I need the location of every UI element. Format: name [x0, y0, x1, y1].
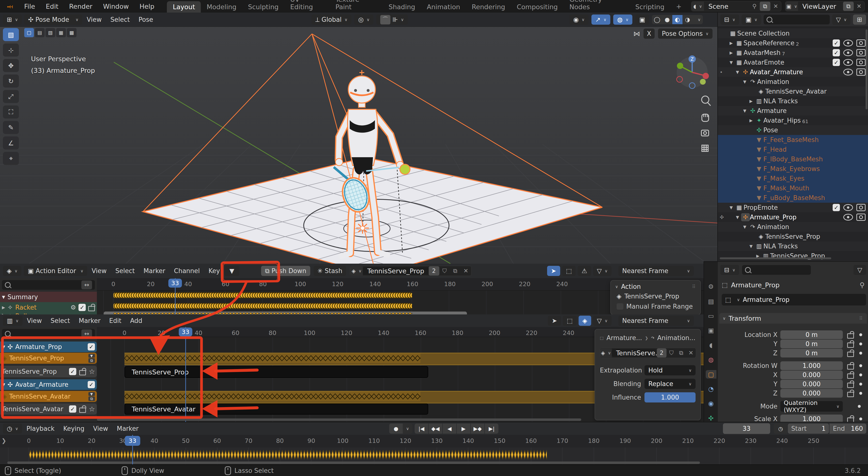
action-editor-menu-item[interactable]: Marker: [139, 267, 169, 274]
row-label[interactable]: Avatar_Armature: [750, 68, 803, 76]
lock-icon[interactable]: [847, 333, 854, 339]
toolbar-tool-button[interactable]: [3, 105, 19, 118]
xray-toggle[interactable]: ▣: [635, 14, 649, 25]
expand-arrow-icon[interactable]: ▼: [741, 79, 748, 84]
extrapolation-dropdown[interactable]: Hold∨: [645, 365, 695, 375]
transform-value-field[interactable]: 0 m: [780, 340, 843, 348]
lock-icon[interactable]: [847, 342, 854, 348]
overlays-toggle[interactable]: ◍∨: [613, 14, 632, 25]
checkbox-icon[interactable]: [69, 405, 76, 413]
expand-search-icon[interactable]: ↔: [82, 280, 92, 289]
row-label[interactable]: Scene Collection: [737, 30, 789, 37]
solo-star-icon[interactable]: ☆: [89, 368, 95, 376]
expand-arrow-icon[interactable]: ▼: [727, 60, 735, 65]
row-label[interactable]: F_Mask_Eyebrows: [764, 165, 820, 172]
timeline-key-area[interactable]: [0, 447, 868, 465]
new-view-layer-button[interactable]: ⧉: [843, 2, 854, 11]
3d-viewport[interactable]: Z ⊞∨ ✣ Pose Mode∨ ViewSelectPose ⟂ Globa…: [0, 12, 717, 264]
filter-funnel-button[interactable]: ▽∨: [593, 266, 612, 276]
nla-channel-armature-prop[interactable]: ▼✣Armature_Prop: [0, 342, 97, 352]
toolbar-tool-button[interactable]: [3, 152, 19, 165]
outliner-filter-button[interactable]: ▽∨: [832, 14, 850, 25]
outliner-row[interactable]: ✣ ▼ Armature_Prop: [718, 212, 868, 222]
expand-arrow-icon[interactable]: ▼: [734, 70, 741, 74]
row-label[interactable]: SpaceReference: [744, 39, 795, 47]
checkbox-icon[interactable]: [833, 204, 840, 211]
timeline-hscrollbar[interactable]: [7, 462, 700, 464]
push-down-icon[interactable]: ⧉: [88, 358, 95, 363]
transform-value-field[interactable]: 0 m: [780, 349, 843, 358]
properties-tab[interactable]: [706, 399, 716, 408]
pivot-point-button[interactable]: ◎∨: [354, 14, 373, 25]
outliner-row[interactable]: TennisServe_Avatar: [718, 87, 868, 96]
select-mode-intersect-icon[interactable]: ▩: [67, 28, 76, 37]
outliner-hscrollbar[interactable]: [720, 257, 831, 259]
properties-tab[interactable]: [706, 341, 716, 349]
delete-view-layer-button[interactable]: ✕: [854, 3, 864, 10]
auto-keying-record-icon[interactable]: ●: [389, 423, 403, 434]
outliner-row[interactable]: F_uBody_BaseMesh: [718, 193, 868, 203]
row-label[interactable]: AvatarMesh: [744, 49, 781, 56]
properties-tab[interactable]: [706, 355, 716, 364]
row-label[interactable]: F_Feet_BaseMesh: [764, 136, 818, 143]
nla-strip-tennisserve-prop[interactable]: TennisServe_Prop: [124, 366, 428, 378]
channel-racket[interactable]: ▶✧ Racket ⚙: [0, 302, 97, 312]
influence-slider[interactable]: 1.000: [645, 392, 695, 403]
nla-track-tennisserve-prop[interactable]: TennisServe_Prop ☆: [0, 366, 97, 377]
transform-orientation[interactable]: ⟂ Global∨: [311, 14, 351, 25]
action-name-field[interactable]: TennisServe_Prop: [363, 267, 428, 275]
properties-tab[interactable]: [706, 282, 716, 291]
toolbar-tool-button[interactable]: [3, 121, 19, 134]
editor-type-button[interactable]: ◈∨: [3, 266, 21, 276]
nla-action-tennisserve-avatar[interactable]: ◈TennisServe_Avatar ▼ ⧉: [0, 391, 97, 402]
animate-dot-icon[interactable]: [859, 417, 862, 420]
outliner-filter-mode[interactable]: ▣∨: [742, 14, 761, 25]
transform-value-field[interactable]: 0.000: [780, 389, 843, 398]
row-label[interactable]: AvatarEmote: [744, 59, 784, 66]
panel-grip-icon[interactable]: ⠿: [859, 315, 863, 321]
outliner-row[interactable]: Pose: [718, 125, 868, 135]
outliner-row[interactable]: F_Feet_BaseMesh: [718, 135, 868, 145]
timeline-menu-item[interactable]: Keying: [59, 425, 89, 432]
action-editor-menu-item[interactable]: Channel: [169, 267, 204, 274]
properties-tab[interactable]: [706, 297, 716, 305]
action-datablock[interactable]: ◈∨ TennisServe_Prop 2 ⛉ ⧉ ✕: [350, 266, 471, 276]
properties-breadcrumb[interactable]: Armature_Prop: [731, 281, 780, 289]
layered-animation-dropdown[interactable]: ▼: [224, 266, 239, 276]
toolbar-tool-button[interactable]: [3, 59, 19, 72]
scene-selector[interactable]: ◖∨ Scene ⚲ ⧉ ✕: [691, 1, 781, 11]
shading-wireframe-icon[interactable]: ◯: [652, 15, 662, 24]
outliner-row[interactable]: ▶ Avatar_Hips 61: [718, 115, 868, 125]
action-icon[interactable]: ◈∨: [350, 266, 363, 275]
menu-item[interactable]: File: [19, 0, 40, 12]
row-label[interactable]: Animation: [757, 78, 789, 86]
checkbox-icon[interactable]: [833, 59, 840, 66]
workspace-tab[interactable]: Rendering: [466, 1, 511, 12]
row-label[interactable]: Armature_Prop: [750, 213, 797, 221]
stash-button[interactable]: ✳ Stash: [314, 266, 346, 276]
toolbar-tool-button[interactable]: [3, 74, 19, 88]
workspace-tab[interactable]: Texture Paint: [330, 0, 383, 12]
unlock-icon[interactable]: [79, 408, 86, 413]
unlink-action-icon[interactable]: ✕: [686, 349, 696, 356]
expand-arrow-icon[interactable]: ▼: [727, 205, 735, 210]
row-label[interactable]: Pose: [764, 127, 778, 134]
keying-dropdown[interactable]: ∨: [403, 423, 412, 434]
camera-icon[interactable]: [857, 39, 866, 47]
outliner-row[interactable]: F_Mask_Mouth: [718, 183, 868, 193]
current-frame-field[interactable]: 33: [723, 423, 770, 434]
duplicate-action-icon[interactable]: ⧉: [676, 349, 686, 356]
pin-scene-icon[interactable]: ⚲: [749, 3, 760, 10]
outliner-row[interactable]: ▼ PropEmote: [718, 203, 868, 212]
nla-playhead[interactable]: [185, 327, 186, 422]
editor-type-button[interactable]: ⊟∨: [720, 265, 739, 275]
visibility-dropdown[interactable]: ◉∨: [569, 14, 589, 25]
select-mode-subtract-icon[interactable]: ▧: [45, 28, 55, 37]
channel-summary[interactable]: ▼Summary: [0, 292, 97, 302]
action-dropdown-icon[interactable]: ▼: [88, 392, 95, 396]
toolbar-tool-button[interactable]: [3, 90, 19, 103]
rotation-mode-dropdown[interactable]: Quaternion (WXYZ)∨: [780, 401, 843, 412]
mirror-x-button[interactable]: X: [644, 29, 655, 39]
eye-icon[interactable]: [843, 40, 853, 46]
row-label[interactable]: NLA Tracks: [764, 243, 798, 250]
